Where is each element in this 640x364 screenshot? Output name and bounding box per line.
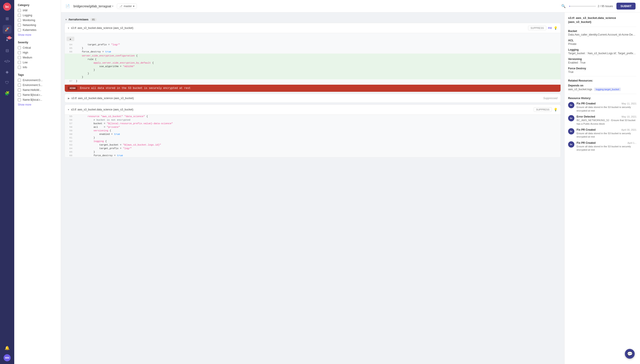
nav-icon-graph[interactable]: ⊟	[3, 46, 12, 55]
code-line-highlight: rule {	[65, 58, 561, 61]
code-line: 67 }	[65, 79, 561, 83]
nav-icon-bell[interactable]: 🔔	[3, 344, 12, 352]
history-item-0: bc Fix PR Created May 11, 2021 Ensure al…	[568, 102, 636, 112]
filter-kubernetes-checkbox[interactable]	[18, 28, 21, 32]
folder-header[interactable]: ▾ /terraform/aws 85	[65, 16, 561, 23]
logging-value: Target_bucket : 'Aws_s3_bucket.Logs.Id',…	[568, 52, 636, 55]
category-show-more[interactable]: Show more	[18, 33, 57, 36]
filter-tag-envs-checkbox[interactable]	[18, 84, 21, 87]
main-content: 📄 bridgecrew/gitlab_terragoat ▾ ⎇ master…	[61, 0, 640, 364]
filter-tag-hello[interactable]: Name:HelloW...	[18, 88, 57, 92]
filter-tag-local2-checkbox[interactable]	[18, 98, 21, 101]
nav-icon-shield[interactable]: 🛡	[3, 78, 12, 87]
code-line: 65 }	[65, 46, 561, 50]
filter-low[interactable]: Low	[18, 61, 57, 64]
fix-button-1[interactable]: FIX	[548, 27, 552, 29]
chevron-up-icon: ▲	[69, 38, 72, 40]
nav-icon-code[interactable]: </>	[3, 57, 12, 66]
branch-selector[interactable]: ⎇ master ▾	[117, 4, 137, 9]
nav-icon-puzzle[interactable]: 🧩	[3, 89, 12, 98]
repo-icon: 📄	[65, 4, 70, 8]
filter-info[interactable]: Info	[18, 66, 57, 69]
filter-tag-envs[interactable]: Environment:S...	[18, 84, 57, 87]
filter-logging[interactable]: Logging	[18, 14, 57, 17]
icon-sidebar: bc ⊞ 🚀 ● badge ⊟ </> ◈ 🛡 🧩 🔔 MM	[0, 0, 14, 364]
repo-name[interactable]: bridgecrew/gitlab_terragoat ▾	[73, 4, 113, 8]
depends-on-link[interactable]: logging.target_bucket	[594, 88, 621, 91]
issue-card-1-header[interactable]: ▾ s3.tf: aws_s3_bucket.data_science (aws…	[65, 23, 561, 33]
right-panel-title: s3.tf: aws_s3_bucket.data_science (aws_s…	[568, 16, 636, 24]
chat-button[interactable]: 💬	[625, 349, 635, 359]
severity-tag-1: HIGH	[68, 86, 77, 90]
suppress-button-3[interactable]: SUPPRESS	[534, 107, 552, 112]
filter-critical-checkbox[interactable]	[18, 46, 21, 49]
history-item-2: bc Fix PR Created April 30, 2021 Ensure …	[568, 128, 636, 139]
category-filter-section: Category IAM Logging Monitoring Networki…	[18, 4, 57, 36]
code-collapse-button-1[interactable]: ▲	[67, 37, 74, 41]
folder-path: /terraform/aws	[69, 18, 89, 21]
top-header: 📄 bridgecrew/gitlab_terragoat ▾ ⎇ master…	[61, 0, 640, 12]
code-line: 61 }	[65, 136, 561, 140]
filter-high[interactable]: High	[18, 51, 57, 54]
filter-iam-checkbox[interactable]	[18, 9, 21, 12]
filter-networking-checkbox[interactable]	[18, 24, 21, 27]
filter-medium[interactable]: Medium	[18, 56, 57, 59]
filter-monitoring[interactable]: Monitoring	[18, 19, 57, 22]
line-number: 64	[65, 147, 76, 150]
issue-card-3-header[interactable]: ▾ s3.tf: aws_s3_bucket.data_science (aws…	[65, 105, 561, 114]
filter-tag-local1-checkbox[interactable]	[18, 93, 21, 96]
filter-logging-checkbox[interactable]	[18, 14, 21, 17]
issue-card-1-code-block: ▲ 64 target_prefix = "log/" 65 }	[65, 33, 561, 92]
filter-critical-label: Critical	[23, 46, 31, 49]
nav-icon-alerts[interactable]: ● badge	[3, 36, 12, 44]
progress-text: 2 / 95 Issues	[598, 5, 613, 8]
logo[interactable]: bc	[3, 3, 11, 11]
history-title-3: Fix PR Created	[577, 141, 595, 144]
issue-card-2-header[interactable]: ▶ s3.tf: aws_s3_bucket.data_science (aws…	[65, 94, 561, 102]
line-number: 65	[65, 47, 76, 50]
filter-networking[interactable]: Networking	[18, 24, 57, 27]
code-line: 66 force_destroy = true	[65, 50, 561, 54]
force-destroy-label: Force Destroy	[568, 67, 636, 70]
nav-icon-network[interactable]: ◈	[3, 68, 12, 76]
filter-iam[interactable]: IAM	[18, 9, 57, 12]
suppress-button-1[interactable]: SUPPRESS	[528, 26, 546, 30]
line-number	[65, 54, 76, 54]
filter-tag-envd[interactable]: Environment:D...	[18, 79, 57, 82]
force-destroy-value: True	[568, 70, 636, 74]
versioning-label: Versioning	[568, 58, 636, 61]
filter-low-checkbox[interactable]	[18, 61, 21, 64]
filter-medium-checkbox[interactable]	[18, 56, 21, 59]
code-line: 58 acl = "private"	[65, 125, 561, 129]
filter-kubernetes[interactable]: Kubernetes	[18, 28, 57, 32]
tags-show-more[interactable]: Show more	[18, 103, 57, 106]
filter-high-label: High	[23, 51, 28, 54]
history-desc-0: Ensure all data stored in the S3 bucket …	[577, 106, 636, 112]
search-button[interactable]: 🔍	[561, 4, 566, 8]
history-avatar-3: bc	[568, 141, 574, 148]
filter-tag-envd-checkbox[interactable]	[18, 79, 21, 82]
filter-tag-local1[interactable]: Name:${local.r...	[18, 93, 57, 96]
versioning-info: Versioning Enabled : True	[568, 58, 636, 64]
history-desc-3: Ensure all data stored in the S3 bucket …	[577, 145, 636, 152]
history-avatar-2: bc	[568, 128, 574, 134]
line-number: 62	[65, 140, 76, 143]
bucket-info: Bucket Data.Aws_caller_identity.Current.…	[568, 30, 636, 36]
filter-high-checkbox[interactable]	[18, 51, 21, 54]
user-avatar[interactable]: MM	[4, 354, 11, 361]
filter-tag-local2[interactable]: Name:${local.r...	[18, 98, 57, 101]
lightbulb-icon-3: 💡	[554, 108, 557, 111]
filter-tag-hello-checkbox[interactable]	[18, 88, 21, 92]
progress-area: 2 / 95 Issues	[569, 5, 613, 8]
submit-button[interactable]: SUBMIT	[616, 3, 635, 10]
filter-critical[interactable]: Critical	[18, 46, 57, 49]
severity-filter-section: Severity Critical High Medium Low Info	[18, 41, 57, 69]
filter-tag-local1-label: Name:${local.r...	[23, 93, 42, 96]
filter-info-label: Info	[23, 66, 27, 69]
nav-icon-dashboard[interactable]: ⊞	[3, 14, 12, 23]
issue-card-2-actions: Suppressed	[543, 97, 557, 100]
filter-info-checkbox[interactable]	[18, 66, 21, 69]
filter-monitoring-checkbox[interactable]	[18, 19, 21, 22]
history-title-0: Fix PR Created	[577, 102, 595, 105]
nav-icon-rocket[interactable]: 🚀	[3, 25, 12, 34]
